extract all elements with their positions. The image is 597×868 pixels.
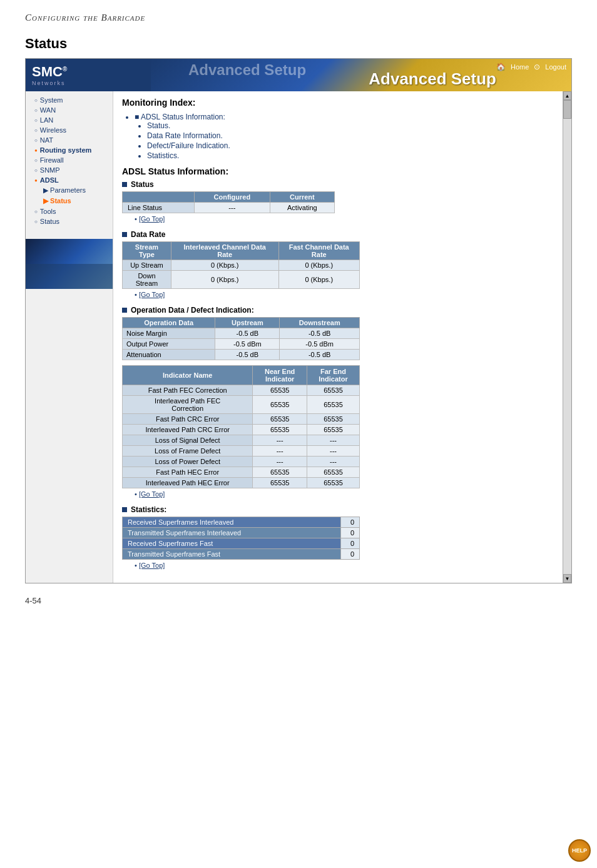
sidebar-item-system[interactable]: ○ System [26,95,113,105]
table-row: Received Superframes Interleaved 0 [123,517,360,528]
table-row: Interleaved Path HEC Error 65535 65535 [123,478,360,488]
dr-col-interleaved: Interleaved Channel DataRate [171,242,278,260]
ind-los-near: --- [253,435,307,446]
home-link[interactable]: Home [511,63,529,71]
sidebar-item-snmp[interactable]: ○ SNMP [26,165,113,175]
go-top-statistics-link[interactable]: [Go Top] [139,562,165,569]
op-col-downstream: Downstream [280,318,360,328]
firewall-bullet: ○ [34,158,38,163]
main-layout: ○ System ○ WAN ○ LAN ○ Wireless ○ NAT ● … [26,91,571,583]
go-top-operation[interactable]: • [Go Top] [135,490,554,498]
ind-intcrc-far: 65535 [307,425,359,435]
col-empty [123,192,195,203]
go-top-operation-link[interactable]: [Go Top] [139,490,165,498]
sidebar-label-tools: Tools [40,208,56,215]
stats-trans-int-label: Transmitted Superframes Interleaved [123,528,341,538]
ind-fastfec-label: Fast Path FEC Correction [123,385,253,396]
logout-link[interactable]: Logout [545,63,566,71]
scroll-up-button[interactable]: ▲ [563,91,571,100]
stats-trans-fast-label: Transmitted Superframes Fast [123,549,341,560]
ind-fastfec-near: 65535 [253,385,307,396]
ind-inthec-label: Interleaved Path HEC Error [123,478,253,488]
sidebar-item-status-main[interactable]: ○ Status [26,216,113,226]
sidebar-label-adsl: ADSL [40,176,59,184]
stats-recv-fast-value: 0 [341,538,360,549]
table-row: Noise Margin -0.5 dB -0.5 dB [123,328,360,339]
status-square-icon [122,182,127,187]
sidebar-item-lan[interactable]: ○ LAN [26,115,113,125]
sidebar-item-wan[interactable]: ○ WAN [26,105,113,115]
monitoring-index-title: Monitoring Index: [122,98,554,108]
scrollbar[interactable]: ▲ ▼ [563,91,571,583]
scroll-down-button[interactable]: ▼ [563,574,571,583]
op-col-data: Operation Data [123,318,215,328]
data-rate-header-label: Data Rate [131,230,165,239]
content-area: Monitoring Index: ■ ADSL Status Informat… [113,91,563,583]
data-rate-header: Data Rate [122,230,554,239]
params-arrow: ▶ [43,186,48,194]
go-top-statistics[interactable]: • [Go Top] [135,562,554,569]
sidebar-item-tools[interactable]: ○ Tools [26,206,113,216]
go-top-datarate-link[interactable]: [Go Top] [139,291,165,298]
ind-inthec-far: 65535 [307,478,359,488]
status-arrow: ▶ [43,197,48,204]
sidebar-item-adsl[interactable]: ● ADSL [26,175,113,185]
operation-square-icon [122,308,127,313]
advanced-setup-title: Advanced Setup [369,69,496,89]
page-header: Configuring the Barricade [0,0,597,29]
sidebar-image [26,239,113,289]
content-with-scroll: Monitoring Index: ■ ADSL Status Informat… [113,91,571,583]
op-noise-label: Noise Margin [123,328,215,339]
go-top-datarate[interactable]: • [Go Top] [135,291,554,298]
table-row: Attenuation -0.5 dB -0.5 dB [123,350,360,360]
ind-lop-far: --- [307,457,359,467]
adsl-status-title: ADSL Status Information: [122,166,554,176]
scroll-thumb[interactable] [563,100,571,119]
stats-trans-int-value: 0 [341,528,360,538]
sidebar-item-nat[interactable]: ○ NAT [26,135,113,145]
operation-table: Operation Data Upstream Downstream Noise… [122,317,360,360]
index-item-adsl: ■ ADSL Status Information: Status. Data … [135,113,554,160]
stats-recv-int-label: Received Superframes Interleaved [123,517,341,528]
table-row: Fast Path FEC Correction 65535 65535 [123,385,360,396]
dr-downstream-fast: 0 (Kbps.) [278,271,359,289]
logo-section: SMC® Networks [26,59,151,91]
dr-upstream-label: Up Stream [123,260,171,271]
page-header-text: Configuring the Barricade [25,13,145,23]
ind-intcrc-label: Interleaved Path CRC Error [123,425,253,435]
op-atten-downstream: -0.5 dB [280,350,360,360]
sidebar-sub-status[interactable]: ▶ Status [26,196,113,206]
dr-upstream-fast: 0 (Kbps.) [278,260,359,271]
dr-upstream-interleaved: 0 (Kbps.) [171,260,278,271]
ind-lop-near: --- [253,457,307,467]
ind-fasthec-label: Fast Path HEC Error [123,467,253,478]
table-row: Up Stream 0 (Kbps.) 0 (Kbps.) [123,260,360,271]
data-rate-table: StreamType Interleaved Channel DataRate … [122,241,360,289]
monitoring-index-list: ■ ADSL Status Information: Status. Data … [135,113,554,160]
operation-header: Operation Data / Defect Indication: [122,306,554,315]
index-sub-list: Status. Data Rate Information. Defect/Fa… [147,121,554,160]
ind-fastfec-far: 65535 [307,385,359,396]
ind-inthec-near: 65535 [253,478,307,488]
sidebar-label-routing: Routing system [40,146,92,154]
sidebar-item-wireless[interactable]: ○ Wireless [26,125,113,135]
table-row: Loss of Frame Defect --- --- [123,446,360,457]
operation-header-label: Operation Data / Defect Indication: [131,306,254,315]
ind-col-name: Indicator Name [123,366,253,385]
sidebar-sub-parameters[interactable]: ▶ Parameters [26,185,113,196]
ind-fastcrc-label: Fast Path CRC Error [123,414,253,425]
scroll-track[interactable] [563,100,571,574]
page-footer: 4-54 [0,583,597,618]
col-current: Current [270,192,334,203]
go-top-status-link[interactable]: [Go Top] [139,215,165,223]
sidebar-label-firewall: Firewall [40,156,64,164]
sidebar-item-routing[interactable]: ● Routing system [26,145,113,155]
op-atten-upstream: -0.5 dB [215,350,280,360]
table-row: Fast Path CRC Error 65535 65535 [123,414,360,425]
data-rate-subsection: Data Rate StreamType Interleaved Channel… [122,230,554,298]
wan-bullet: ○ [34,108,38,113]
index-sub-stats: Statistics. [147,151,554,160]
sidebar-item-firewall[interactable]: ○ Firewall [26,155,113,165]
op-output-label: Output Power [123,339,215,350]
go-top-status[interactable]: • [Go Top] [135,215,554,223]
